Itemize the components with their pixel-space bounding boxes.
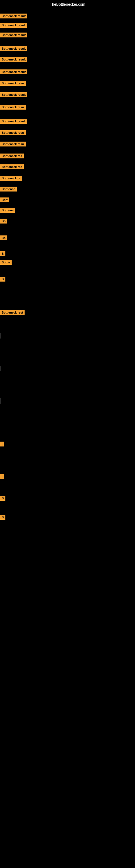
bottleneck-result-badge: | [0,474,4,479]
bottleneck-result-badge: Bottleneck res [0,154,24,158]
bottleneck-result-badge: Bottlene [0,208,15,213]
bottleneck-result-badge: Bottleneck result [0,46,27,51]
bottleneck-result-badge: Bottleneck rest [0,310,25,315]
bottleneck-result-badge: Bottleneck resu [0,81,26,86]
bottleneck-result-badge: Bottleneck resu [0,130,26,135]
bottleneck-result-badge: Bottleneck result [0,57,27,62]
bottleneck-result-badge: Bottleneck re [0,176,22,181]
bottleneck-result-badge: Bo [0,236,7,240]
bottleneck-result-badge: Bottleneck result [0,33,27,37]
vertical-line [1,398,1,404]
vertical-line [1,366,1,371]
bottleneck-result-badge: Bottleneck resu [0,142,26,147]
bottleneck-result-badge: Bottlenec [0,187,17,191]
vertical-line [1,333,1,339]
bottleneck-result-badge: B [0,496,5,501]
bottleneck-result-badge: Bottleneck result [0,119,27,124]
bottleneck-result-badge: B [0,251,5,256]
bottleneck-result-badge: Bottleneck result [0,92,27,97]
bottleneck-result-badge: Bottleneck result [0,23,27,28]
bottleneck-result-badge: Bottleneck resu [0,105,26,110]
bottleneck-result-badge: | [0,442,4,446]
bottleneck-result-badge: Bottleneck res [0,164,24,169]
bottleneck-result-badge: Bottle [0,260,12,265]
site-title: TheBottlenecker.com [0,0,135,8]
bottleneck-result-badge: Bott [0,197,9,203]
bottleneck-result-badge: Bo [0,219,7,223]
bottleneck-result-badge: B [0,515,5,520]
bottleneck-result-badge: Bottleneck result [0,13,27,19]
bottleneck-result-badge: B [0,277,5,282]
bottleneck-result-badge: Bottleneck result [0,69,27,74]
